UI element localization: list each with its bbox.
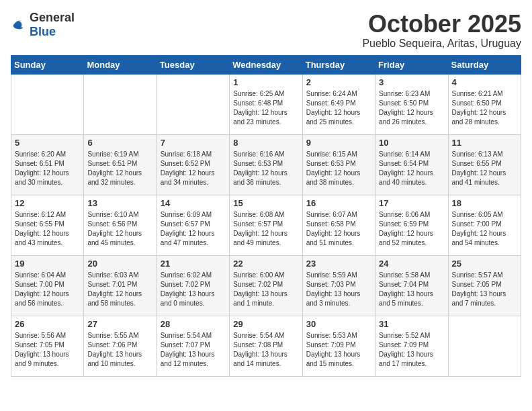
day-number: 21 — [161, 259, 226, 269]
week-row-1: 1Sunrise: 6:25 AM Sunset: 6:48 PM Daylig… — [11, 74, 521, 134]
day-cell: 13Sunrise: 6:10 AM Sunset: 6:56 PM Dayli… — [84, 195, 157, 255]
page-header: General Blue October 2025 Pueblo Sequeir… — [11, 11, 521, 50]
day-info: Sunrise: 6:25 AM Sunset: 6:48 PM Dayligh… — [233, 89, 298, 127]
day-number: 9 — [306, 138, 371, 148]
day-cell — [84, 74, 157, 134]
day-cell: 8Sunrise: 6:16 AM Sunset: 6:53 PM Daylig… — [230, 134, 302, 195]
day-info: Sunrise: 6:03 AM Sunset: 7:01 PM Dayligh… — [87, 271, 152, 308]
day-number: 5 — [15, 138, 80, 148]
day-cell: 4Sunrise: 6:21 AM Sunset: 6:50 PM Daylig… — [448, 74, 521, 134]
day-cell: 20Sunrise: 6:03 AM Sunset: 7:01 PM Dayli… — [84, 255, 157, 316]
calendar-header-row: SundayMondayTuesdayWednesdayThursdayFrid… — [11, 55, 521, 74]
day-cell: 12Sunrise: 6:12 AM Sunset: 6:55 PM Dayli… — [11, 195, 84, 255]
day-cell: 11Sunrise: 6:13 AM Sunset: 6:55 PM Dayli… — [448, 134, 521, 195]
day-cell: 23Sunrise: 5:59 AM Sunset: 7:03 PM Dayli… — [302, 255, 375, 316]
day-cell: 3Sunrise: 6:23 AM Sunset: 6:50 PM Daylig… — [375, 74, 448, 134]
day-cell — [448, 316, 521, 376]
day-cell: 15Sunrise: 6:08 AM Sunset: 6:57 PM Dayli… — [230, 195, 302, 255]
month-title: October 2025 — [362, 11, 521, 38]
day-number: 24 — [379, 259, 444, 269]
logo: General Blue — [11, 11, 75, 39]
day-cell: 1Sunrise: 6:25 AM Sunset: 6:48 PM Daylig… — [230, 74, 302, 134]
day-cell: 28Sunrise: 5:54 AM Sunset: 7:07 PM Dayli… — [157, 316, 229, 376]
day-cell: 31Sunrise: 5:52 AM Sunset: 7:09 PM Dayli… — [375, 316, 448, 376]
day-info: Sunrise: 6:02 AM Sunset: 7:02 PM Dayligh… — [161, 271, 226, 308]
day-info: Sunrise: 6:12 AM Sunset: 6:55 PM Dayligh… — [15, 210, 80, 248]
day-info: Sunrise: 6:00 AM Sunset: 7:02 PM Dayligh… — [233, 271, 298, 308]
col-header-monday: Monday — [84, 55, 157, 74]
day-number: 23 — [306, 259, 371, 269]
day-number: 25 — [452, 259, 517, 269]
day-cell: 18Sunrise: 6:05 AM Sunset: 7:00 PM Dayli… — [448, 195, 521, 255]
logo-blue: Blue — [30, 25, 56, 38]
col-header-sunday: Sunday — [11, 55, 84, 74]
day-info: Sunrise: 6:14 AM Sunset: 6:54 PM Dayligh… — [379, 150, 444, 187]
day-info: Sunrise: 6:09 AM Sunset: 6:57 PM Dayligh… — [161, 210, 226, 248]
day-info: Sunrise: 6:08 AM Sunset: 6:57 PM Dayligh… — [233, 210, 298, 248]
day-cell: 17Sunrise: 6:06 AM Sunset: 6:59 PM Dayli… — [375, 195, 448, 255]
day-info: Sunrise: 6:18 AM Sunset: 6:52 PM Dayligh… — [161, 150, 226, 187]
day-number: 3 — [379, 77, 444, 87]
day-info: Sunrise: 5:54 AM Sunset: 7:07 PM Dayligh… — [161, 331, 226, 369]
day-number: 8 — [233, 138, 298, 148]
day-cell: 27Sunrise: 5:55 AM Sunset: 7:06 PM Dayli… — [84, 316, 157, 376]
calendar-table: SundayMondayTuesdayWednesdayThursdayFrid… — [11, 55, 521, 377]
day-number: 30 — [306, 319, 371, 329]
logo-icon — [11, 17, 27, 33]
day-cell: 29Sunrise: 5:54 AM Sunset: 7:08 PM Dayli… — [230, 316, 302, 376]
day-info: Sunrise: 5:59 AM Sunset: 7:03 PM Dayligh… — [306, 271, 371, 308]
day-number: 26 — [15, 319, 80, 329]
day-info: Sunrise: 6:24 AM Sunset: 6:49 PM Dayligh… — [306, 89, 371, 127]
day-cell: 14Sunrise: 6:09 AM Sunset: 6:57 PM Dayli… — [157, 195, 229, 255]
day-info: Sunrise: 5:55 AM Sunset: 7:06 PM Dayligh… — [87, 331, 152, 369]
day-number: 27 — [87, 319, 152, 329]
col-header-saturday: Saturday — [448, 55, 521, 74]
day-cell: 21Sunrise: 6:02 AM Sunset: 7:02 PM Dayli… — [157, 255, 229, 316]
day-info: Sunrise: 6:16 AM Sunset: 6:53 PM Dayligh… — [233, 150, 298, 187]
week-row-4: 19Sunrise: 6:04 AM Sunset: 7:00 PM Dayli… — [11, 255, 521, 316]
day-info: Sunrise: 5:57 AM Sunset: 7:05 PM Dayligh… — [452, 271, 517, 308]
day-number: 10 — [379, 138, 444, 148]
col-header-thursday: Thursday — [302, 55, 375, 74]
day-number: 11 — [452, 138, 517, 148]
day-number: 17 — [379, 198, 444, 208]
day-info: Sunrise: 5:53 AM Sunset: 7:09 PM Dayligh… — [306, 331, 371, 369]
title-block: October 2025 Pueblo Sequeira, Aritas, Ur… — [362, 11, 521, 50]
day-number: 4 — [452, 77, 517, 87]
col-header-friday: Friday — [375, 55, 448, 74]
day-number: 31 — [379, 319, 444, 329]
logo-general: General — [30, 11, 75, 24]
day-number: 22 — [233, 259, 298, 269]
day-number: 16 — [306, 198, 371, 208]
day-number: 12 — [15, 198, 80, 208]
day-info: Sunrise: 5:58 AM Sunset: 7:04 PM Dayligh… — [379, 271, 444, 308]
day-cell: 24Sunrise: 5:58 AM Sunset: 7:04 PM Dayli… — [375, 255, 448, 316]
day-number: 20 — [87, 259, 152, 269]
day-cell: 2Sunrise: 6:24 AM Sunset: 6:49 PM Daylig… — [302, 74, 375, 134]
day-cell: 22Sunrise: 6:00 AM Sunset: 7:02 PM Dayli… — [230, 255, 302, 316]
day-number: 14 — [161, 198, 226, 208]
day-number: 1 — [233, 77, 298, 87]
day-cell — [11, 74, 84, 134]
logo-text: General Blue — [30, 11, 75, 39]
day-number: 28 — [161, 319, 226, 329]
day-cell: 9Sunrise: 6:15 AM Sunset: 6:53 PM Daylig… — [302, 134, 375, 195]
day-info: Sunrise: 5:56 AM Sunset: 7:05 PM Dayligh… — [15, 331, 80, 369]
day-number: 2 — [306, 77, 371, 87]
day-cell: 6Sunrise: 6:19 AM Sunset: 6:51 PM Daylig… — [84, 134, 157, 195]
day-info: Sunrise: 6:19 AM Sunset: 6:51 PM Dayligh… — [87, 150, 152, 187]
day-info: Sunrise: 6:15 AM Sunset: 6:53 PM Dayligh… — [306, 150, 371, 187]
day-number: 18 — [452, 198, 517, 208]
day-info: Sunrise: 6:13 AM Sunset: 6:55 PM Dayligh… — [452, 150, 517, 187]
day-cell: 16Sunrise: 6:07 AM Sunset: 6:58 PM Dayli… — [302, 195, 375, 255]
day-info: Sunrise: 6:05 AM Sunset: 7:00 PM Dayligh… — [452, 210, 517, 248]
day-number: 29 — [233, 319, 298, 329]
day-info: Sunrise: 6:21 AM Sunset: 6:50 PM Dayligh… — [452, 89, 517, 127]
day-info: Sunrise: 6:20 AM Sunset: 6:51 PM Dayligh… — [15, 150, 80, 187]
day-info: Sunrise: 5:54 AM Sunset: 7:08 PM Dayligh… — [233, 331, 298, 369]
day-cell: 19Sunrise: 6:04 AM Sunset: 7:00 PM Dayli… — [11, 255, 84, 316]
day-number: 15 — [233, 198, 298, 208]
day-number: 6 — [87, 138, 152, 148]
col-header-tuesday: Tuesday — [157, 55, 229, 74]
day-info: Sunrise: 6:06 AM Sunset: 6:59 PM Dayligh… — [379, 210, 444, 248]
